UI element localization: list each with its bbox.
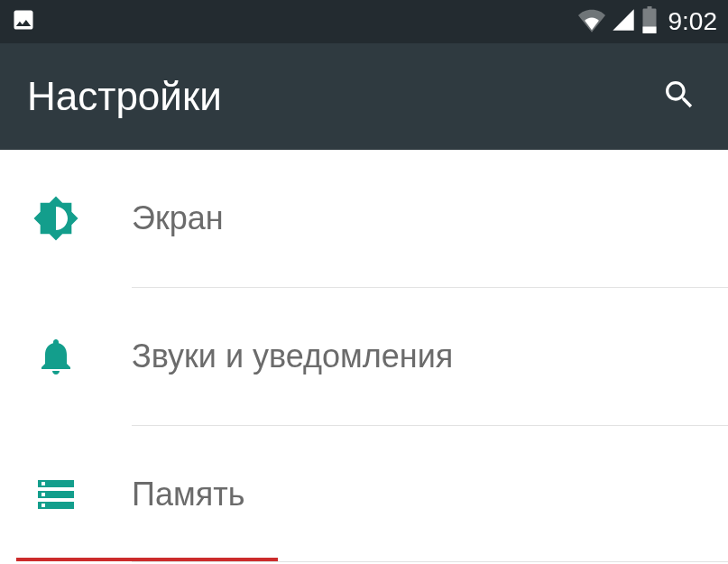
- bell-icon: [32, 333, 79, 380]
- settings-item-label: Экран: [132, 199, 224, 237]
- status-right: 9:02: [578, 6, 718, 37]
- cellular-icon: [611, 7, 636, 36]
- settings-item-label: Звуки и уведомления: [132, 337, 453, 375]
- status-time: 9:02: [668, 7, 718, 36]
- battery-icon: [641, 6, 658, 37]
- page-title: Настройки: [27, 74, 222, 119]
- status-left: [11, 7, 36, 36]
- svg-rect-1: [647, 6, 651, 10]
- search-icon: [661, 77, 697, 116]
- image-icon: [11, 7, 36, 36]
- search-button[interactable]: [658, 75, 701, 118]
- settings-item-storage[interactable]: Память: [0, 426, 728, 563]
- svg-rect-2: [642, 27, 656, 34]
- settings-list: Экран Звуки и уведомления Память: [0, 150, 728, 562]
- brightness-icon: [32, 195, 79, 242]
- app-bar: Настройки: [0, 43, 728, 150]
- settings-item-sound[interactable]: Звуки и уведомления: [0, 288, 728, 425]
- settings-item-display[interactable]: Экран: [0, 150, 728, 287]
- settings-item-label: Память: [132, 476, 244, 513]
- wifi-icon: [578, 6, 605, 37]
- storage-icon: [32, 471, 79, 518]
- status-bar: 9:02: [0, 0, 728, 43]
- divider: [132, 561, 728, 562]
